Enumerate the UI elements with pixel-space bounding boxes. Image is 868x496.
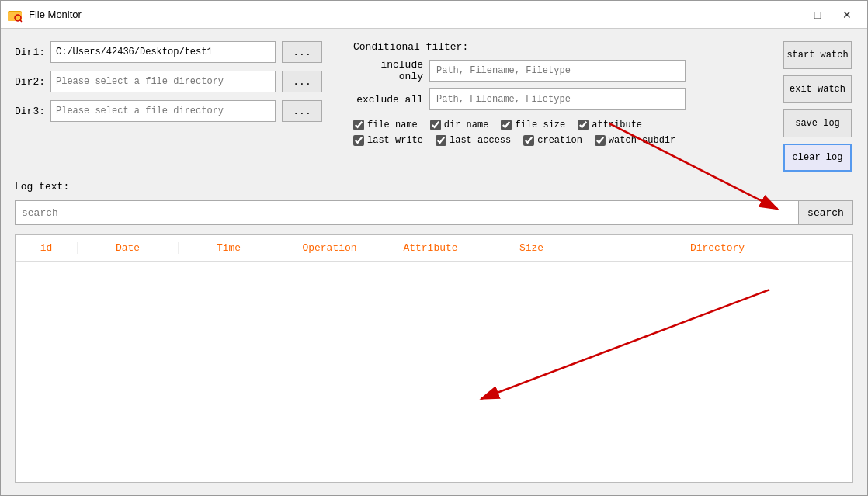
exclude-label: exclude all [353, 94, 423, 106]
checkbox-file-size[interactable]: file size [501, 120, 565, 130]
col-operation: Operation [279, 242, 380, 254]
clear-log-button[interactable]: clear log [783, 144, 852, 172]
filter-title: Conditional filter: [353, 41, 771, 53]
log-label: Log text: [15, 181, 853, 193]
title-bar: File Monitor — □ ✕ [1, 1, 867, 29]
title-bar-controls: — □ ✕ [774, 4, 861, 26]
window-title: File Monitor [29, 9, 82, 20]
log-table: id Date Time Operation Attribute Size Di… [15, 234, 853, 483]
app-icon [7, 7, 23, 23]
search-row: search [15, 200, 853, 225]
col-attribute: Attribute [380, 242, 481, 254]
checkbox-creation[interactable]: creation [523, 135, 582, 146]
table-header: id Date Time Operation Attribute Size Di… [16, 235, 852, 262]
exclude-row: exclude all [353, 88, 771, 110]
dir2-label: Dir2: [15, 76, 44, 88]
close-button[interactable]: ✕ [833, 4, 861, 26]
minimize-button[interactable]: — [774, 4, 802, 26]
checkboxes-section: file name dir name file size attribute [353, 120, 771, 146]
checkbox-dir-name[interactable]: dir name [430, 120, 489, 130]
main-window: File Monitor — □ ✕ Dir1: ... Dir2: [0, 0, 868, 496]
maximize-button[interactable]: □ [804, 4, 832, 26]
checkbox-last-write[interactable]: last write [353, 135, 423, 146]
dirs-section: Dir1: ... Dir2: ... Dir3: ... [15, 41, 341, 172]
search-button[interactable]: search [799, 200, 853, 225]
dir1-input[interactable] [50, 41, 276, 63]
checkbox-row-1: file name dir name file size attribute [353, 120, 771, 130]
checkbox-attribute[interactable]: attribute [578, 120, 642, 130]
dir2-row: Dir2: ... [15, 71, 341, 92]
dir3-input[interactable] [50, 100, 276, 122]
table-body [16, 262, 852, 482]
exit-watch-button[interactable]: exit watch [783, 75, 852, 103]
col-date: Date [78, 242, 179, 254]
dir3-browse-button[interactable]: ... [282, 100, 322, 122]
checkbox-file-name[interactable]: file name [353, 120, 418, 130]
col-directory: Directory [582, 242, 852, 254]
include-input[interactable] [429, 60, 686, 82]
col-time: Time [179, 242, 279, 254]
col-id: id [16, 242, 78, 254]
main-content: Dir1: ... Dir2: ... Dir3: ... [1, 29, 867, 495]
title-bar-left: File Monitor [7, 7, 82, 23]
dir1-label: Dir1: [15, 47, 44, 58]
right-buttons: start watch exit watch save log clear lo… [783, 41, 853, 172]
checkbox-watch-subdir[interactable]: watch subdir [595, 135, 675, 146]
start-watch-button[interactable]: start watch [783, 41, 852, 69]
top-section: Dir1: ... Dir2: ... Dir3: ... [15, 41, 853, 172]
include-label: include only [353, 59, 423, 82]
include-row: include only [353, 59, 771, 82]
checkbox-last-access[interactable]: last access [436, 135, 511, 146]
col-size: Size [481, 242, 582, 254]
checkbox-row-2: last write last access creation watch su… [353, 135, 771, 146]
exclude-input[interactable] [429, 88, 686, 110]
dir3-label: Dir3: [15, 106, 44, 117]
dir2-input[interactable] [50, 71, 276, 92]
dir1-row: Dir1: ... [15, 41, 341, 63]
save-log-button[interactable]: save log [783, 109, 852, 137]
search-input[interactable] [15, 200, 799, 225]
dir3-row: Dir3: ... [15, 100, 341, 122]
dir2-browse-button[interactable]: ... [282, 71, 322, 92]
dir1-browse-button[interactable]: ... [282, 41, 322, 63]
filter-section: Conditional filter: include only exclude… [353, 41, 771, 172]
